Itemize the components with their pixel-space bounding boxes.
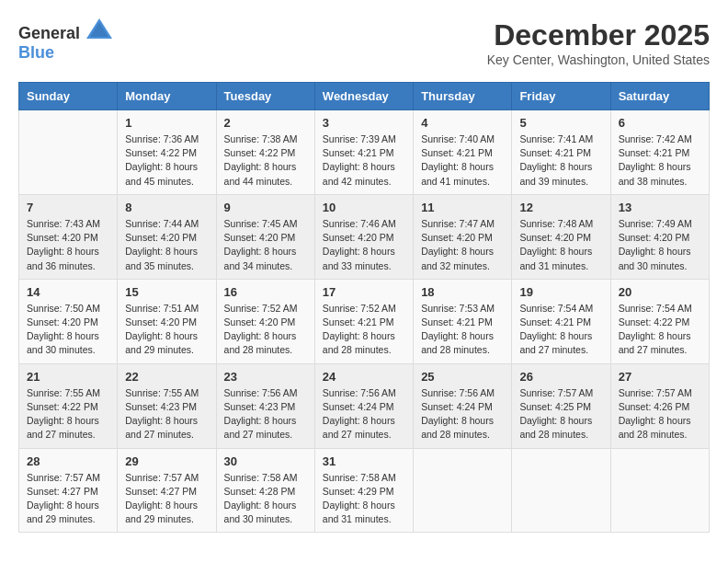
- page-header: General Blue December 2025 Key Center, W…: [18, 18, 710, 67]
- location-title: Key Center, Washington, United States: [487, 52, 710, 67]
- calendar-cell: 21Sunrise: 7:55 AM Sunset: 4:22 PM Dayli…: [19, 363, 118, 448]
- calendar-cell: 20Sunrise: 7:54 AM Sunset: 4:22 PM Dayli…: [610, 279, 709, 363]
- col-header-thursday: Thursday: [414, 83, 512, 110]
- calendar-cell: [19, 110, 118, 195]
- day-number: 11: [421, 201, 504, 214]
- cell-content: Sunrise: 7:58 AM Sunset: 4:28 PM Dayligh…: [224, 471, 307, 527]
- logo-icon: [86, 18, 112, 39]
- day-number: 9: [224, 201, 307, 214]
- cell-content: Sunrise: 7:39 AM Sunset: 4:21 PM Dayligh…: [323, 132, 405, 189]
- day-number: 1: [125, 116, 208, 130]
- day-number: 21: [27, 370, 109, 384]
- logo-text: General Blue: [18, 18, 112, 63]
- cell-content: Sunrise: 7:48 AM Sunset: 4:20 PM Dayligh…: [519, 217, 602, 273]
- day-number: 12: [519, 201, 602, 214]
- cell-content: Sunrise: 7:50 AM Sunset: 4:20 PM Dayligh…: [27, 302, 109, 358]
- calendar-cell: 8Sunrise: 7:44 AM Sunset: 4:20 PM Daylig…: [118, 194, 216, 279]
- cell-content: Sunrise: 7:54 AM Sunset: 4:21 PM Dayligh…: [519, 302, 602, 358]
- cell-content: Sunrise: 7:43 AM Sunset: 4:20 PM Dayligh…: [27, 217, 109, 273]
- header-row: SundayMondayTuesdayWednesdayThursdayFrid…: [19, 83, 710, 110]
- cell-content: Sunrise: 7:55 AM Sunset: 4:22 PM Dayligh…: [27, 386, 109, 442]
- calendar-cell: 31Sunrise: 7:58 AM Sunset: 4:29 PM Dayli…: [314, 448, 413, 533]
- cell-content: Sunrise: 7:38 AM Sunset: 4:22 PM Dayligh…: [224, 132, 307, 189]
- cell-content: Sunrise: 7:57 AM Sunset: 4:26 PM Dayligh…: [619, 386, 701, 442]
- calendar-cell: 26Sunrise: 7:57 AM Sunset: 4:25 PM Dayli…: [512, 363, 610, 448]
- calendar-cell: 18Sunrise: 7:53 AM Sunset: 4:21 PM Dayli…: [414, 279, 512, 363]
- calendar-cell: 12Sunrise: 7:48 AM Sunset: 4:20 PM Dayli…: [512, 194, 610, 279]
- day-number: 19: [519, 285, 602, 299]
- calendar-cell: 29Sunrise: 7:57 AM Sunset: 4:27 PM Dayli…: [118, 448, 216, 533]
- day-number: 17: [323, 285, 405, 299]
- calendar-cell: 19Sunrise: 7:54 AM Sunset: 4:21 PM Dayli…: [512, 279, 610, 363]
- cell-content: Sunrise: 7:52 AM Sunset: 4:20 PM Dayligh…: [224, 302, 307, 358]
- day-number: 4: [421, 116, 504, 130]
- day-number: 3: [323, 116, 405, 130]
- calendar-cell: 16Sunrise: 7:52 AM Sunset: 4:20 PM Dayli…: [216, 279, 314, 363]
- calendar-cell: 10Sunrise: 7:46 AM Sunset: 4:20 PM Dayli…: [314, 194, 413, 279]
- week-row-2: 7Sunrise: 7:43 AM Sunset: 4:20 PM Daylig…: [19, 194, 710, 279]
- col-header-saturday: Saturday: [610, 83, 709, 110]
- day-number: 8: [125, 201, 208, 214]
- week-row-1: 1Sunrise: 7:36 AM Sunset: 4:22 PM Daylig…: [19, 110, 710, 195]
- calendar-cell: 24Sunrise: 7:56 AM Sunset: 4:24 PM Dayli…: [314, 363, 413, 448]
- logo: General Blue: [18, 18, 112, 63]
- calendar-cell: 3Sunrise: 7:39 AM Sunset: 4:21 PM Daylig…: [314, 110, 413, 195]
- day-number: 15: [125, 285, 208, 299]
- day-number: 20: [619, 285, 701, 299]
- day-number: 29: [125, 454, 208, 468]
- cell-content: Sunrise: 7:49 AM Sunset: 4:20 PM Dayligh…: [619, 217, 701, 273]
- cell-content: Sunrise: 7:57 AM Sunset: 4:27 PM Dayligh…: [27, 471, 109, 527]
- cell-content: Sunrise: 7:36 AM Sunset: 4:22 PM Dayligh…: [125, 132, 208, 189]
- cell-content: Sunrise: 7:45 AM Sunset: 4:20 PM Dayligh…: [224, 217, 307, 273]
- calendar-cell: 9Sunrise: 7:45 AM Sunset: 4:20 PM Daylig…: [216, 194, 314, 279]
- cell-content: Sunrise: 7:56 AM Sunset: 4:24 PM Dayligh…: [323, 386, 405, 442]
- calendar-cell: 28Sunrise: 7:57 AM Sunset: 4:27 PM Dayli…: [19, 448, 118, 533]
- col-header-sunday: Sunday: [19, 83, 118, 110]
- day-number: 26: [519, 370, 602, 384]
- day-number: 7: [27, 201, 109, 214]
- calendar-cell: 23Sunrise: 7:56 AM Sunset: 4:23 PM Dayli…: [216, 363, 314, 448]
- calendar-cell: 6Sunrise: 7:42 AM Sunset: 4:21 PM Daylig…: [610, 110, 709, 195]
- cell-content: Sunrise: 7:58 AM Sunset: 4:29 PM Dayligh…: [323, 471, 405, 527]
- cell-content: Sunrise: 7:56 AM Sunset: 4:23 PM Dayligh…: [224, 386, 307, 442]
- calendar-cell: 25Sunrise: 7:56 AM Sunset: 4:24 PM Dayli…: [414, 363, 512, 448]
- day-number: 2: [224, 116, 307, 130]
- cell-content: Sunrise: 7:53 AM Sunset: 4:21 PM Dayligh…: [421, 302, 504, 358]
- day-number: 6: [619, 116, 701, 130]
- logo-general: General: [18, 24, 80, 42]
- day-number: 18: [421, 285, 504, 299]
- calendar-cell: 2Sunrise: 7:38 AM Sunset: 4:22 PM Daylig…: [216, 110, 314, 195]
- col-header-monday: Monday: [118, 83, 216, 110]
- day-number: 31: [323, 454, 405, 468]
- col-header-wednesday: Wednesday: [314, 83, 413, 110]
- calendar-cell: 14Sunrise: 7:50 AM Sunset: 4:20 PM Dayli…: [19, 279, 118, 363]
- calendar-cell: 1Sunrise: 7:36 AM Sunset: 4:22 PM Daylig…: [118, 110, 216, 195]
- cell-content: Sunrise: 7:54 AM Sunset: 4:22 PM Dayligh…: [619, 302, 701, 358]
- day-number: 5: [519, 116, 602, 130]
- cell-content: Sunrise: 7:55 AM Sunset: 4:23 PM Dayligh…: [125, 386, 208, 442]
- calendar-cell: 4Sunrise: 7:40 AM Sunset: 4:21 PM Daylig…: [414, 110, 512, 195]
- day-number: 25: [421, 370, 504, 384]
- calendar-cell: [610, 448, 709, 533]
- col-header-friday: Friday: [512, 83, 610, 110]
- col-header-tuesday: Tuesday: [216, 83, 314, 110]
- calendar-cell: [512, 448, 610, 533]
- calendar-cell: 7Sunrise: 7:43 AM Sunset: 4:20 PM Daylig…: [19, 194, 118, 279]
- day-number: 28: [27, 454, 109, 468]
- calendar-cell: 15Sunrise: 7:51 AM Sunset: 4:20 PM Dayli…: [118, 279, 216, 363]
- calendar-cell: 30Sunrise: 7:58 AM Sunset: 4:28 PM Dayli…: [216, 448, 314, 533]
- week-row-3: 14Sunrise: 7:50 AM Sunset: 4:20 PM Dayli…: [19, 279, 710, 363]
- day-number: 16: [224, 285, 307, 299]
- calendar-cell: 13Sunrise: 7:49 AM Sunset: 4:20 PM Dayli…: [610, 194, 709, 279]
- day-number: 14: [27, 285, 109, 299]
- week-row-5: 28Sunrise: 7:57 AM Sunset: 4:27 PM Dayli…: [19, 448, 710, 533]
- cell-content: Sunrise: 7:51 AM Sunset: 4:20 PM Dayligh…: [125, 302, 208, 358]
- calendar-cell: 27Sunrise: 7:57 AM Sunset: 4:26 PM Dayli…: [610, 363, 709, 448]
- cell-content: Sunrise: 7:44 AM Sunset: 4:20 PM Dayligh…: [125, 217, 208, 273]
- week-row-4: 21Sunrise: 7:55 AM Sunset: 4:22 PM Dayli…: [19, 363, 710, 448]
- day-number: 10: [323, 201, 405, 214]
- day-number: 24: [323, 370, 405, 384]
- day-number: 13: [619, 201, 701, 214]
- cell-content: Sunrise: 7:46 AM Sunset: 4:20 PM Dayligh…: [323, 217, 405, 273]
- logo-blue: Blue: [18, 43, 54, 62]
